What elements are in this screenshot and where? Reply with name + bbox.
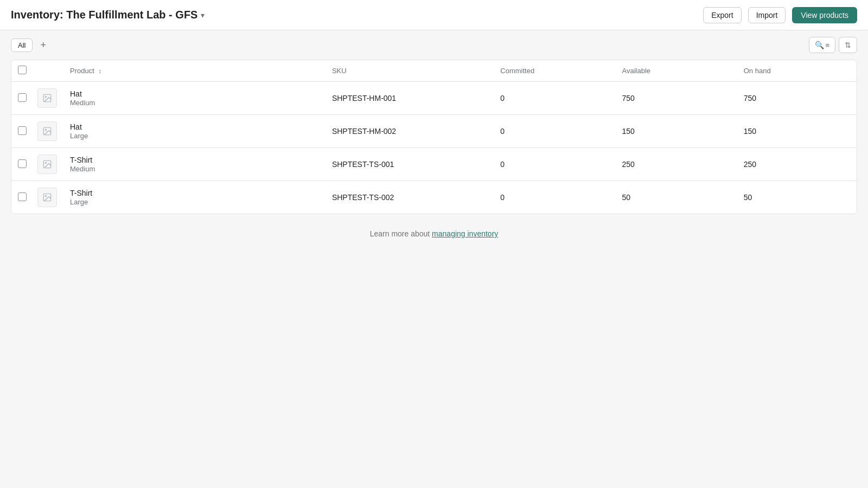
footer-text: Learn more about managing inventory [0, 229, 868, 260]
row-on-hand-cell: 750 [735, 82, 857, 115]
row-checkbox[interactable] [18, 93, 27, 102]
sort-icon: ⇅ [845, 41, 851, 49]
inventory-table-container: Product ↕ SKU Committed Available On han… [11, 60, 857, 214]
product-variant: Medium [70, 165, 315, 173]
header-product[interactable]: Product ↕ [61, 60, 323, 82]
header-select-all [11, 60, 33, 82]
page-title: Inventory: The Fulfillment Lab - GFS [11, 9, 197, 21]
row-checkbox[interactable] [18, 126, 27, 135]
table-header-row: Product ↕ SKU Committed Available On han… [11, 60, 857, 82]
on-hand-value: 250 [744, 160, 756, 169]
svg-point-7 [45, 195, 46, 196]
header-sku: SKU [323, 60, 492, 82]
product-name: Hat [70, 123, 315, 131]
learn-more-label: Learn more about [370, 229, 432, 238]
row-sku-cell: SHPTEST-HM-001 [323, 82, 492, 115]
row-available-cell: 150 [614, 115, 735, 148]
table-row: Hat Medium SHPTEST-HM-001 0 750 750 [11, 82, 857, 115]
product-sort-icon: ↕ [98, 68, 101, 74]
top-bar-actions: Export Import View products [703, 7, 857, 23]
committed-value: 0 [500, 160, 505, 169]
row-on-hand-cell: 150 [735, 115, 857, 148]
row-committed-cell: 0 [492, 148, 613, 181]
row-image-cell [33, 115, 61, 148]
product-variant: Large [70, 132, 315, 140]
toolbar-right: 🔍 ≡ ⇅ [809, 37, 857, 53]
row-product-cell: Hat Large [61, 115, 323, 148]
filter-icon: ≡ [825, 41, 829, 49]
table-row: T-Shirt Large SHPTEST-TS-002 0 50 50 [11, 181, 857, 214]
header-committed: Committed [492, 60, 613, 82]
product-name: T-Shirt [70, 156, 315, 164]
row-sku-cell: SHPTEST-TS-002 [323, 181, 492, 214]
available-value: 150 [622, 127, 635, 136]
location-dropdown-icon[interactable]: ▾ [201, 11, 205, 20]
svg-point-3 [45, 129, 46, 130]
row-image-cell [33, 148, 61, 181]
row-checkbox[interactable] [18, 192, 27, 201]
row-on-hand-cell: 250 [735, 148, 857, 181]
row-available-cell: 250 [614, 148, 735, 181]
row-available-cell: 750 [614, 82, 735, 115]
committed-value: 0 [500, 127, 505, 136]
row-image-cell [33, 82, 61, 115]
export-button[interactable]: Export [703, 7, 741, 23]
committed-column-label: Committed [500, 67, 534, 75]
add-tab-button[interactable]: + [37, 39, 49, 51]
row-available-cell: 50 [614, 181, 735, 214]
table-row: Hat Large SHPTEST-HM-002 0 150 150 [11, 115, 857, 148]
header-image [33, 60, 61, 82]
search-filter-button[interactable]: 🔍 ≡ [809, 37, 835, 53]
product-variant: Medium [70, 99, 315, 107]
sort-button[interactable]: ⇅ [839, 37, 857, 53]
product-name: T-Shirt [70, 189, 315, 197]
on-hand-value: 50 [744, 193, 752, 202]
available-value: 750 [622, 94, 635, 102]
row-on-hand-cell: 50 [735, 181, 857, 214]
toolbar-left: All + [11, 38, 49, 52]
all-tab[interactable]: All [11, 38, 33, 52]
view-products-button[interactable]: View products [792, 7, 857, 23]
svg-point-5 [45, 162, 46, 163]
committed-value: 0 [500, 193, 505, 202]
managing-inventory-link[interactable]: managing inventory [432, 229, 498, 238]
on-hand-value: 150 [744, 127, 756, 136]
product-image [37, 121, 57, 141]
row-image-cell [33, 181, 61, 214]
sku-value: SHPTEST-TS-001 [332, 160, 394, 169]
row-checkbox-cell [11, 82, 33, 115]
row-committed-cell: 0 [492, 82, 613, 115]
available-column-label: Available [622, 67, 651, 75]
top-bar-left: Inventory: The Fulfillment Lab - GFS ▾ [11, 9, 205, 21]
row-sku-cell: SHPTEST-HM-002 [323, 115, 492, 148]
available-value: 50 [622, 193, 631, 202]
toolbar: All + 🔍 ≡ ⇅ [0, 30, 868, 60]
row-sku-cell: SHPTEST-TS-001 [323, 148, 492, 181]
sku-value: SHPTEST-HM-001 [332, 94, 396, 102]
row-checkbox-cell [11, 148, 33, 181]
row-product-cell: T-Shirt Large [61, 181, 323, 214]
on-hand-value: 750 [744, 94, 756, 102]
header-available: Available [614, 60, 735, 82]
row-checkbox-cell [11, 181, 33, 214]
select-all-checkbox[interactable] [18, 66, 27, 74]
header-on-hand: On hand [735, 60, 857, 82]
row-product-cell: Hat Medium [61, 82, 323, 115]
committed-value: 0 [500, 94, 505, 102]
on-hand-column-label: On hand [744, 67, 771, 75]
product-image [37, 155, 57, 174]
product-image [37, 188, 57, 207]
sku-column-label: SKU [332, 67, 347, 75]
product-image [37, 88, 57, 108]
table-row: T-Shirt Medium SHPTEST-TS-001 0 250 250 [11, 148, 857, 181]
sku-value: SHPTEST-HM-002 [332, 127, 396, 136]
sku-value: SHPTEST-TS-002 [332, 193, 394, 202]
top-bar: Inventory: The Fulfillment Lab - GFS ▾ E… [0, 0, 868, 30]
row-checkbox[interactable] [18, 159, 27, 168]
product-name: Hat [70, 89, 315, 98]
product-variant: Large [70, 198, 315, 206]
inventory-table: Product ↕ SKU Committed Available On han… [11, 60, 857, 214]
import-button[interactable]: Import [748, 7, 786, 23]
row-committed-cell: 0 [492, 181, 613, 214]
available-value: 250 [622, 160, 635, 169]
